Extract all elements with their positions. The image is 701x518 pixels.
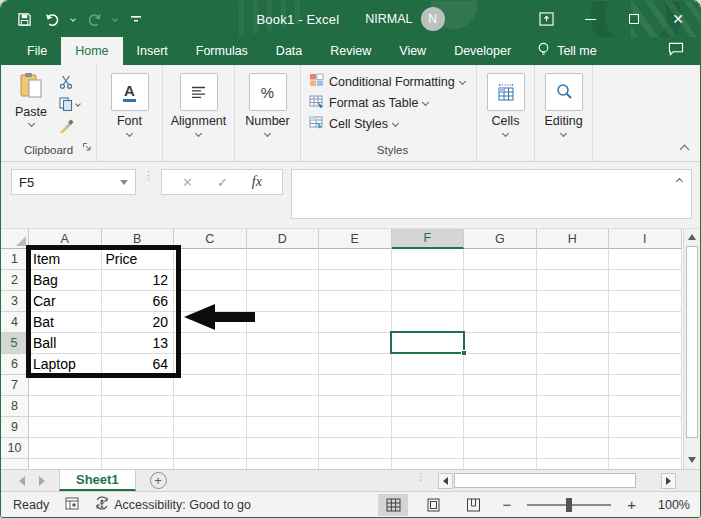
zoom-in-button[interactable]: +: [623, 496, 640, 513]
vertical-scrollbar[interactable]: [683, 229, 700, 469]
column-header-D[interactable]: D: [247, 229, 320, 249]
alignment-dropdown-icon[interactable]: [195, 130, 202, 137]
tab-data[interactable]: Data: [262, 37, 316, 65]
cell-I6[interactable]: [609, 354, 682, 375]
cell-D1[interactable]: [247, 249, 320, 270]
prev-sheet-icon[interactable]: [19, 476, 25, 486]
cell-H1[interactable]: [537, 249, 610, 270]
column-header-H[interactable]: H: [537, 229, 610, 249]
cell-B1[interactable]: Price: [102, 249, 175, 270]
cell-B7[interactable]: [102, 375, 175, 396]
name-box-dropdown-icon[interactable]: [120, 180, 128, 185]
cell-E6[interactable]: [319, 354, 392, 375]
row-header-9[interactable]: 9: [1, 417, 29, 438]
save-icon[interactable]: [15, 10, 33, 28]
cell-H6[interactable]: [537, 354, 610, 375]
cell-B6[interactable]: 64: [102, 354, 175, 375]
format-as-table-dropdown-icon[interactable]: [422, 99, 429, 106]
format-as-table-button[interactable]: Format as Table: [309, 92, 476, 113]
cell-B9[interactable]: [102, 417, 175, 438]
cell-E5[interactable]: [319, 333, 392, 354]
cell-A7[interactable]: [29, 375, 102, 396]
column-header-C[interactable]: C: [174, 229, 247, 249]
cancel-icon[interactable]: ✕: [182, 175, 193, 190]
ribbon-display-options-icon[interactable]: [524, 1, 568, 37]
conditional-formatting-button[interactable]: Conditional Formatting: [309, 71, 476, 92]
cell-I5[interactable]: [609, 333, 682, 354]
normal-view-button[interactable]: [378, 494, 408, 516]
cell-styles-dropdown-icon[interactable]: [392, 120, 399, 127]
cell-E9[interactable]: [319, 417, 392, 438]
cell-D2[interactable]: [247, 270, 320, 291]
cell-H2[interactable]: [537, 270, 610, 291]
number-dropdown-icon[interactable]: [264, 130, 271, 137]
zoom-slider[interactable]: [527, 504, 611, 506]
cell-E8[interactable]: [319, 396, 392, 417]
cell-E11[interactable]: [319, 459, 392, 469]
cell-F6[interactable]: [392, 354, 465, 375]
cell-I10[interactable]: [609, 438, 682, 459]
cell-H7[interactable]: [537, 375, 610, 396]
cells-dropdown-icon[interactable]: [502, 130, 509, 137]
undo-icon[interactable]: [43, 10, 61, 28]
cell-H11[interactable]: [537, 459, 610, 469]
cell-styles-button[interactable]: Cell Styles: [309, 113, 476, 134]
comments-icon[interactable]: [668, 42, 684, 60]
horizontal-scrollbar[interactable]: [438, 473, 676, 489]
maximize-button[interactable]: [612, 1, 656, 37]
close-button[interactable]: ✕: [656, 1, 700, 37]
name-box[interactable]: F5: [11, 169, 136, 195]
cell-G6[interactable]: [464, 354, 537, 375]
scroll-left-icon[interactable]: [438, 473, 453, 489]
cell-B11[interactable]: [102, 459, 175, 469]
cell-F1[interactable]: [392, 249, 465, 270]
scroll-up-icon[interactable]: [684, 229, 700, 245]
cell-E1[interactable]: [319, 249, 392, 270]
enter-icon[interactable]: ✓: [217, 175, 228, 190]
accessibility-status[interactable]: Accessibility: Good to go: [95, 496, 251, 513]
conditional-formatting-dropdown-icon[interactable]: [459, 78, 466, 85]
cell-E10[interactable]: [319, 438, 392, 459]
page-layout-view-button[interactable]: [418, 494, 448, 516]
group-editing[interactable]: Editing: [535, 65, 593, 161]
cell-H4[interactable]: [537, 312, 610, 333]
cell-A6[interactable]: Laptop: [29, 354, 102, 375]
customize-qat-icon[interactable]: [127, 10, 145, 28]
select-all-corner[interactable]: [1, 229, 29, 249]
editing-dropdown-icon[interactable]: [560, 130, 567, 137]
group-alignment[interactable]: Alignment: [163, 65, 235, 161]
cell-F4[interactable]: [392, 312, 465, 333]
cell-D3[interactable]: [247, 291, 320, 312]
tab-developer[interactable]: Developer: [440, 37, 525, 65]
row-header-3[interactable]: 3: [1, 291, 29, 312]
cell-B8[interactable]: [102, 396, 175, 417]
cell-B4[interactable]: 20: [102, 312, 175, 333]
cell-A8[interactable]: [29, 396, 102, 417]
scroll-right-icon[interactable]: [661, 473, 676, 489]
font-dropdown-icon[interactable]: [126, 130, 133, 137]
cell-D5[interactable]: [247, 333, 320, 354]
column-header-I[interactable]: I: [609, 229, 682, 249]
cell-D6[interactable]: [247, 354, 320, 375]
cell-B3[interactable]: 66: [102, 291, 175, 312]
cell-H10[interactable]: [537, 438, 610, 459]
group-number[interactable]: % Number: [235, 65, 301, 161]
paste-button[interactable]: Paste: [9, 72, 53, 134]
cell-F7[interactable]: [392, 375, 465, 396]
copy-button[interactable]: [59, 96, 80, 112]
cell-I9[interactable]: [609, 417, 682, 438]
cell-F8[interactable]: [392, 396, 465, 417]
column-header-B[interactable]: B: [102, 229, 175, 249]
cell-A9[interactable]: [29, 417, 102, 438]
cell-H3[interactable]: [537, 291, 610, 312]
cell-C7[interactable]: [174, 375, 247, 396]
formula-input[interactable]: [291, 169, 692, 219]
cell-C8[interactable]: [174, 396, 247, 417]
cell-D9[interactable]: [247, 417, 320, 438]
copy-dropdown-icon[interactable]: [75, 101, 81, 107]
sheet-tab-sheet1[interactable]: Sheet1: [59, 470, 136, 491]
cell-F2[interactable]: [392, 270, 465, 291]
column-header-F[interactable]: F: [392, 229, 465, 249]
cell-G3[interactable]: [464, 291, 537, 312]
row-header-2[interactable]: 2: [1, 270, 29, 291]
